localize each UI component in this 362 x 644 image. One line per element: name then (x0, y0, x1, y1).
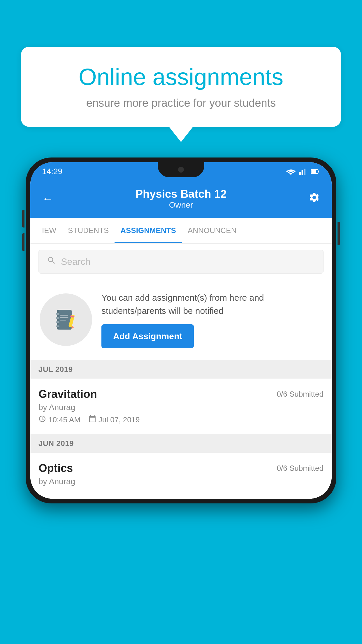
assignment-time-gravitation: 10:45 AM (48, 415, 80, 424)
svg-rect-13 (60, 317, 68, 318)
assignment-promo-desc: You can add assignment(s) from here and … (101, 291, 322, 317)
header-subtitle: Owner (136, 200, 227, 210)
assignment-date-gravitation: Jul 07, 2019 (99, 415, 140, 424)
add-assignment-button[interactable]: Add Assignment (101, 324, 194, 348)
section-header-jul-text: JUL 2019 (38, 365, 73, 374)
calendar-icon (89, 415, 96, 425)
assignment-item-optics[interactable]: Optics 0/6 Submitted by Anurag (30, 453, 332, 499)
notebook-icon (53, 307, 79, 333)
camera (178, 167, 184, 173)
assignment-title-optics: Optics (38, 462, 73, 475)
svg-rect-10 (56, 321, 59, 323)
assignment-promo-text: You can add assignment(s) from here and … (101, 291, 322, 348)
status-icons (286, 168, 320, 175)
svg-rect-5 (311, 170, 316, 173)
assignment-author-optics: by Anurag (38, 477, 324, 486)
phone-wrapper: 14:29 (26, 158, 336, 503)
wifi-icon (286, 168, 296, 175)
back-button[interactable]: ← (42, 192, 54, 205)
tabs: IEW STUDENTS ASSIGNMENTS ANNOUNCEN (30, 218, 332, 244)
battery-icon (311, 168, 320, 175)
svg-rect-1 (302, 170, 303, 175)
clock-icon (38, 415, 46, 425)
section-header-jun: JUN 2019 (30, 434, 332, 453)
svg-rect-14 (60, 320, 66, 321)
status-time: 14:29 (42, 167, 62, 176)
assignment-submitted-gravitation: 0/6 Submitted (277, 390, 324, 399)
volume-button-down (22, 233, 24, 251)
speech-bubble-subtitle: ensure more practice for your students (44, 97, 318, 109)
power-button (338, 222, 340, 245)
assignment-author-gravitation: by Anurag (38, 403, 324, 412)
svg-rect-12 (60, 315, 68, 316)
svg-rect-0 (299, 172, 301, 175)
phone-screen: 14:29 (30, 162, 332, 499)
settings-button[interactable] (308, 192, 320, 206)
svg-rect-11 (56, 326, 59, 327)
tab-announcements[interactable]: ANNOUNCEN (182, 218, 242, 243)
speech-bubble: Online assignments ensure more practice … (21, 47, 341, 127)
assignment-item-gravitation-header: Gravitation 0/6 Submitted (38, 388, 324, 400)
tab-assignments[interactable]: ASSIGNMENTS (115, 218, 182, 243)
header-center: Physics Batch 12 Owner (136, 188, 227, 210)
section-header-jul: JUL 2019 (30, 360, 332, 379)
phone-outer: 14:29 (26, 158, 336, 503)
svg-rect-8 (56, 313, 59, 315)
assignment-title-gravitation: Gravitation (38, 388, 97, 400)
svg-rect-9 (56, 317, 59, 319)
svg-rect-2 (304, 169, 305, 175)
app-header: ← Physics Batch 12 Owner (30, 181, 332, 218)
tab-students[interactable]: STUDENTS (62, 218, 115, 243)
notch (158, 162, 204, 177)
search-placeholder: Search (61, 256, 90, 267)
signal-icon (299, 168, 307, 175)
section-header-jun-text: JUN 2019 (38, 439, 74, 448)
meta-date-gravitation: Jul 07, 2019 (89, 415, 140, 425)
search-icon (47, 256, 56, 267)
assignment-item-optics-header: Optics 0/6 Submitted (38, 462, 324, 475)
assignment-icon-circle (40, 293, 92, 346)
search-bar: Search (30, 244, 332, 279)
header-title: Physics Batch 12 (136, 188, 227, 200)
status-bar: 14:29 (30, 162, 332, 181)
assignment-item-gravitation[interactable]: Gravitation 0/6 Submitted by Anurag 10:4… (30, 379, 332, 434)
assignment-submitted-optics: 0/6 Submitted (277, 464, 324, 473)
add-assignment-promo: You can add assignment(s) from here and … (30, 279, 332, 360)
speech-bubble-wrapper: Online assignments ensure more practice … (21, 47, 341, 127)
svg-rect-4 (318, 171, 319, 173)
volume-button-up (22, 210, 24, 228)
speech-bubble-title: Online assignments (44, 64, 318, 90)
tab-iew[interactable]: IEW (36, 218, 62, 243)
search-input[interactable]: Search (38, 250, 324, 274)
assignment-meta-gravitation: 10:45 AM Jul 07, 2019 (38, 415, 324, 425)
meta-time-gravitation: 10:45 AM (38, 415, 80, 425)
